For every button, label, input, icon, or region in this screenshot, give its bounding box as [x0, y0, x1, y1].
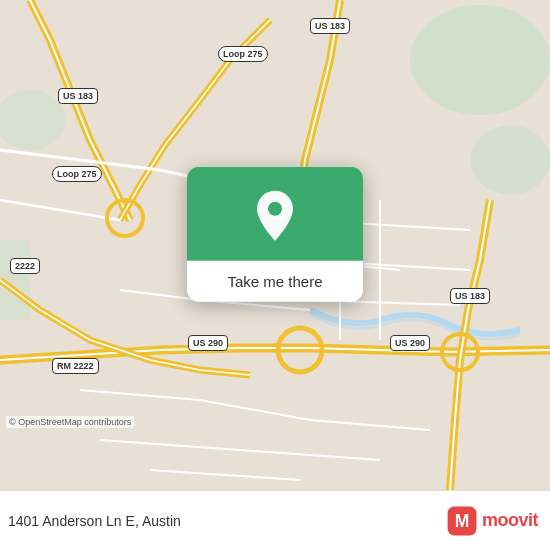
moovit-text: moovit [482, 510, 538, 531]
card-green-area [187, 167, 363, 261]
info-bar: 1401 Anderson Ln E, Austin M moovit [0, 490, 550, 550]
copyright-text: © OpenStreetMap contributors [6, 416, 134, 428]
road-label-2222: 2222 [10, 258, 40, 274]
map-container: US 183 US 183 US 183 Loop 275 Loop 275 U… [0, 0, 550, 490]
address-text: 1401 Anderson Ln E, Austin [8, 513, 181, 529]
overlay-card: Take me there [187, 167, 363, 302]
moovit-icon: M [446, 505, 478, 537]
svg-point-26 [268, 202, 282, 216]
road-label-loop275-left: Loop 275 [52, 166, 102, 182]
road-label-us290-center: US 290 [188, 335, 228, 351]
svg-point-2 [470, 125, 550, 195]
svg-point-1 [410, 5, 550, 115]
road-label-loop275-top: Loop 275 [218, 46, 268, 62]
moovit-logo: M moovit [446, 505, 538, 537]
svg-text:M: M [455, 511, 470, 531]
road-label-us290-right: US 290 [390, 335, 430, 351]
location-pin-icon [250, 189, 300, 243]
take-me-there-button[interactable]: Take me there [211, 261, 338, 302]
road-label-us183-top: US 183 [310, 18, 350, 34]
road-label-rm2222: RM 2222 [52, 358, 99, 374]
road-label-us183-left: US 183 [58, 88, 98, 104]
road-label-us183-right: US 183 [450, 288, 490, 304]
